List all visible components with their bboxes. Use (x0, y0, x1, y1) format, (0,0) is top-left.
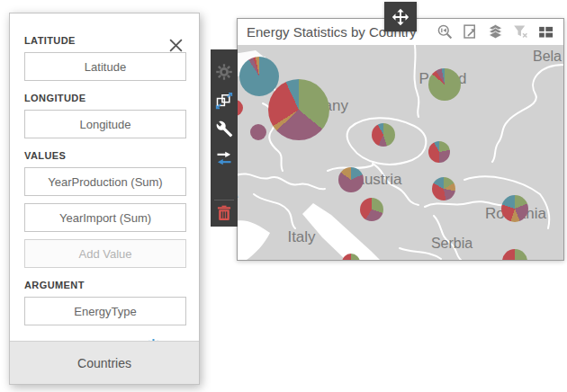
pie-marker-slovenia[interactable] (360, 198, 383, 221)
pie-marker-romania[interactable] (501, 195, 528, 222)
map-label-italy: Italy (287, 228, 315, 246)
resize-layout-icon[interactable] (215, 92, 233, 110)
dashboard-designer-stage: Energy Statistics by Country (0, 0, 567, 392)
pie-marker-netherlands[interactable] (239, 57, 279, 96)
longitude-field[interactable]: Longitude (24, 110, 186, 138)
convert-arrows-icon[interactable] (215, 149, 233, 167)
argument-field-energytype[interactable]: EnergyType (24, 297, 186, 325)
multiselection-layers-icon[interactable] (487, 23, 504, 40)
map-label-bela: Bela (533, 49, 562, 65)
values-grid-icon[interactable] (537, 23, 554, 40)
add-value-button[interactable]: Add Value (24, 239, 186, 268)
widget-move-handle[interactable] (384, 2, 417, 31)
initial-extent-icon[interactable] (436, 23, 454, 40)
latitude-section-label: LATITUDE (24, 35, 184, 46)
toolbar-divider (214, 200, 234, 200)
delete-trash-icon[interactable] (215, 204, 233, 222)
latitude-field[interactable]: Latitude (24, 52, 186, 81)
pie-marker-austria[interactable] (338, 167, 364, 192)
pie-marker-poland[interactable] (428, 68, 461, 101)
map-label-serbia: Serbia (431, 236, 472, 252)
argument-section-label: ARGUMENT (24, 280, 184, 290)
pie-marker-hungary[interactable] (432, 177, 455, 200)
pie-marker-germany[interactable] (268, 79, 329, 140)
data-binding-panel: LATITUDE Latitude LONGITUDE Longitude VA… (9, 13, 200, 385)
map-body[interactable]: GermanyPolandBelaAustriaItalySerbiaRoman… (238, 45, 563, 260)
settings-gear-icon[interactable] (215, 63, 233, 81)
close-icon[interactable] (168, 38, 184, 53)
map-label-e: e (238, 190, 238, 204)
clear-master-filter-icon[interactable] (512, 23, 529, 40)
map-borders (238, 45, 563, 260)
export-to-icon[interactable] (462, 23, 479, 40)
wrench-options-icon[interactable] (215, 120, 233, 138)
values-section-label: VALUES (24, 150, 184, 161)
longitude-section-label: LONGITUDE (24, 93, 184, 103)
value-field-yearimport[interactable]: YearImport (Sum) (24, 203, 186, 232)
pie-marker-belgium[interactable] (250, 124, 266, 140)
pie-marker-slovakia[interactable] (428, 141, 450, 163)
value-field-yearproduction[interactable]: YearProduction (Sum) (24, 167, 186, 196)
data-source-countries[interactable]: Countries (10, 341, 199, 384)
pie-marker-czech[interactable] (372, 123, 395, 147)
move-cross-icon (391, 7, 410, 27)
caption-toolbar (436, 23, 554, 40)
map-widget: Energy Statistics by Country (237, 18, 564, 261)
item-toolbar (211, 49, 238, 227)
